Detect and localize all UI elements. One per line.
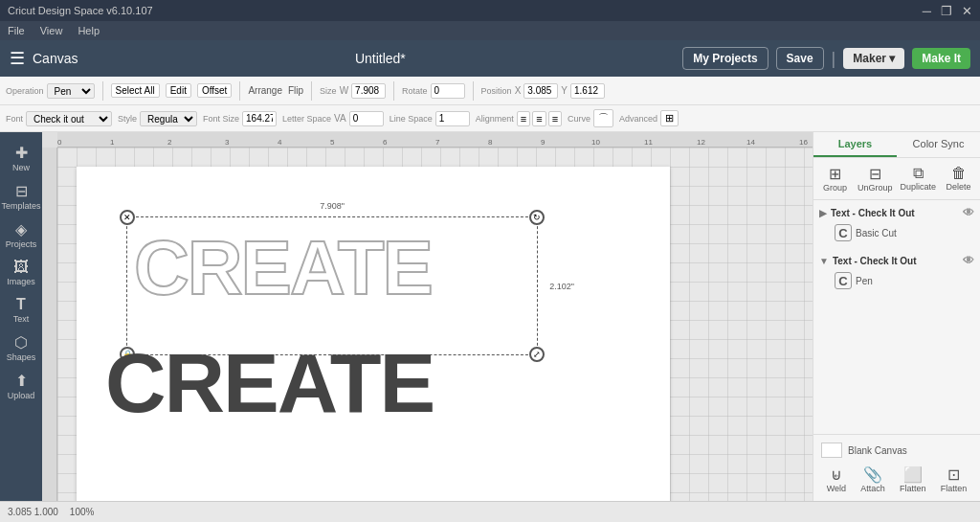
letter-space-label: Letter Space	[282, 114, 331, 124]
upload-button[interactable]: ⬆ Upload	[2, 368, 40, 404]
rotate-label: Rotate	[402, 86, 428, 96]
rotate-input[interactable]	[431, 83, 465, 99]
letter-space-input[interactable]	[349, 111, 384, 126]
arrange-label: Arrange	[248, 85, 282, 96]
layer-item-label-2: Pen	[856, 276, 873, 286]
line-space-label: Line Space	[390, 114, 433, 124]
ruler-tick: 14	[746, 138, 755, 147]
images-button[interactable]: 🖼 Images	[2, 255, 40, 290]
text-solid[interactable]: CREATE	[105, 334, 434, 432]
handle-top-right[interactable]: ↻	[529, 210, 545, 225]
style-select[interactable]: Regular	[140, 111, 197, 126]
font-size-label: Font Size	[203, 114, 239, 124]
header-right: My Projects Save | Maker ▾ Make It	[682, 47, 970, 70]
duplicate-label: Duplicate	[901, 182, 937, 192]
new-button[interactable]: ✚ New	[2, 140, 40, 176]
tab-layers[interactable]: Layers	[813, 132, 897, 157]
shapes-icon: ⬡	[14, 333, 28, 352]
layer-group-2-header[interactable]: ▼ Text - Check It Out 👁	[819, 252, 974, 269]
main-area: ✚ New ⊟ Templates ◈ Projects 🖼 Images T …	[0, 132, 980, 501]
zoom-level: 100%	[70, 507, 95, 517]
align-right-button[interactable]: ≡	[548, 111, 562, 126]
eye-icon-1[interactable]: 👁	[963, 206, 974, 219]
layer-group-2-name: Text - Check It Out	[833, 256, 917, 266]
text-outline[interactable]: CREATE	[134, 224, 432, 312]
operation-group: Operation Pen	[6, 83, 95, 99]
title-bar-left: Cricut Design Space v6.10.107	[8, 5, 153, 16]
flatten-button[interactable]: ⬜ Flatten	[898, 464, 928, 495]
ruler-tick: 16	[799, 138, 808, 147]
y-input[interactable]	[570, 83, 605, 99]
curve-button[interactable]: ⌒	[593, 109, 613, 127]
menu-view[interactable]: View	[40, 25, 63, 36]
attach-label: Attach	[860, 484, 885, 493]
width-input[interactable]	[351, 83, 386, 99]
font-size-group: Font Size	[203, 111, 277, 126]
weld-label: Weld	[827, 484, 846, 493]
projects-button[interactable]: ◈ Projects	[2, 216, 40, 253]
shapes-button[interactable]: ⬡ Shapes	[2, 329, 40, 366]
close-icon[interactable]: ✕	[962, 4, 972, 18]
select-all-button[interactable]: Select All	[111, 83, 160, 98]
layer-item-label-1: Basic Cut	[856, 228, 897, 238]
edit-button[interactable]: Edit	[166, 83, 191, 98]
x-input[interactable]	[523, 83, 558, 99]
handle-bottom-right[interactable]: ⤢	[529, 347, 545, 362]
blank-canvas-swatch[interactable]	[821, 443, 842, 458]
my-projects-button[interactable]: My Projects	[682, 47, 768, 70]
templates-button[interactable]: ⊟ Templates	[2, 178, 40, 215]
flatten-icon: ⬜	[903, 465, 923, 484]
tab-color-sync[interactable]: Color Sync	[897, 132, 980, 157]
advanced-button[interactable]: ⊞	[660, 110, 679, 126]
ruler-top: 0 1 2 3 4 5 6 7 8 9 10 11 12 14 16	[57, 132, 813, 148]
align-left-button[interactable]: ≡	[517, 111, 530, 126]
font-size-input[interactable]	[242, 111, 277, 126]
layer-item-pen[interactable]: C Pen	[831, 269, 974, 292]
templates-icon: ⊟	[15, 182, 28, 200]
shapes-label: Shapes	[7, 352, 36, 362]
flatten2-button[interactable]: ⊡ Flatten	[939, 464, 969, 495]
font-select[interactable]: Check it out	[26, 111, 112, 126]
font-bar: Font Check it out Style Regular Font Siz…	[0, 105, 980, 132]
text-button[interactable]: T Text	[2, 292, 40, 328]
hamburger-icon[interactable]: ☰	[10, 48, 25, 69]
align-center-button[interactable]: ≡	[532, 111, 546, 126]
arrange-group: Arrange	[248, 85, 282, 96]
layer-item-basic-cut[interactable]: C Basic Cut	[831, 221, 974, 244]
delete-button[interactable]: 🗑 Delete	[941, 162, 976, 195]
restore-icon[interactable]: ❐	[941, 4, 952, 18]
divider-2	[239, 81, 240, 101]
upload-icon: ⬆	[15, 372, 28, 390]
make-it-button[interactable]: Make It	[912, 48, 970, 69]
duplicate-button[interactable]: ⧉ Duplicate	[898, 162, 940, 195]
blank-canvas-row: Blank Canvas	[819, 441, 974, 460]
menu-file[interactable]: File	[8, 25, 25, 36]
x-label: X	[515, 85, 522, 96]
layer-group-1-header[interactable]: ▶ Text - Check It Out 👁	[819, 204, 974, 221]
upload-label: Upload	[8, 391, 35, 400]
group-button[interactable]: ⊞ Group	[817, 162, 853, 195]
flatten2-label: Flatten	[941, 484, 968, 493]
menu-help[interactable]: Help	[78, 25, 100, 36]
canvas-content[interactable]: ✕ ↻ 🔒 ⤢ 7.908" 2.102" CREATE CREATE	[57, 148, 813, 501]
text-icon: T	[16, 296, 26, 313]
layer-group-1: ▶ Text - Check It Out 👁 C Basic Cut	[813, 200, 980, 248]
options-bar: Operation Pen Select All Edit Offset Arr…	[0, 77, 980, 105]
maker-button[interactable]: Maker ▾	[843, 48, 904, 69]
line-space-input[interactable]	[435, 111, 470, 126]
canvas-area[interactable]: 0 1 2 3 4 5 6 7 8 9 10 11 12 14 16	[42, 132, 813, 501]
weld-button[interactable]: ⊌ Weld	[825, 464, 848, 495]
handle-top-left[interactable]: ✕	[120, 210, 135, 225]
operation-select[interactable]: Pen	[47, 83, 95, 99]
minimize-icon[interactable]: ─	[923, 4, 931, 18]
offset-button[interactable]: Offset	[197, 83, 233, 98]
menu-bar: File View Help	[0, 21, 980, 40]
save-button[interactable]: Save	[776, 47, 824, 70]
eye-icon-2[interactable]: 👁	[963, 254, 974, 267]
projects-icon: ◈	[15, 220, 27, 238]
font-group: Font Check it out	[6, 111, 112, 126]
ungroup-button[interactable]: ⊟ UnGroup	[855, 162, 896, 195]
ruler-tick: 1	[110, 138, 114, 147]
attach-button[interactable]: 📎 Attach	[858, 464, 887, 495]
left-panel: ✚ New ⊟ Templates ◈ Projects 🖼 Images T …	[0, 132, 42, 501]
